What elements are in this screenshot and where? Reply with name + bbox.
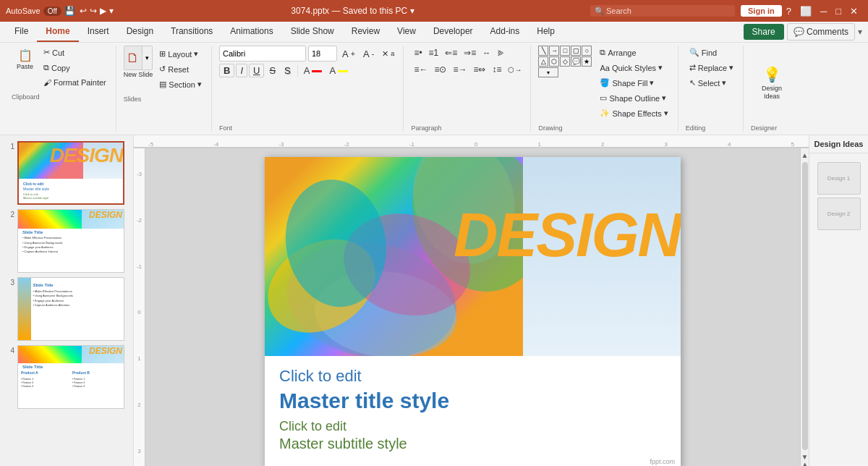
sign-in-button[interactable]: Sign in <box>741 5 782 17</box>
help-icon[interactable]: ? <box>782 6 796 17</box>
tab-file[interactable]: File <box>6 22 37 42</box>
tab-animations[interactable]: Animations <box>221 22 281 42</box>
design-idea-1[interactable]: Design 1 <box>817 162 861 195</box>
slide-thumb-4[interactable]: 4 DESIGN Slide Title Product A • Feature… <box>3 345 130 409</box>
autosave-toggle[interactable]: Off <box>43 7 61 16</box>
new-slide-button[interactable]: 🗋 ▾ <box>124 46 153 70</box>
more-shapes[interactable]: ▾ <box>538 67 558 77</box>
slide-preview-3[interactable]: Slide Title • Make Effective Presentatio… <box>17 277 124 341</box>
tab-view[interactable]: View <box>388 22 425 42</box>
font-name-input[interactable] <box>219 46 306 62</box>
increase-font-button[interactable]: A+ <box>339 47 358 61</box>
design-idea-2[interactable]: Design 2 <box>817 198 861 230</box>
numbering-button[interactable]: ≡1 <box>426 46 442 60</box>
format-painter-button[interactable]: 🖌 Format Painter <box>40 76 110 89</box>
hexagon-shape[interactable]: ⬡ <box>549 56 559 67</box>
ribbon-display-button[interactable]: ⬜ <box>796 6 816 17</box>
shadow-button[interactable]: S <box>281 64 294 77</box>
font-color-button[interactable]: A <box>301 64 326 77</box>
align-right-button[interactable]: ≡→ <box>450 62 469 77</box>
oval-shape[interactable]: ○ <box>582 46 592 56</box>
shape-outline-button[interactable]: ▭ Shape Outline ▾ <box>596 91 671 105</box>
slide-click-edit-title[interactable]: Click to edit <box>279 367 666 386</box>
paste-button[interactable]: 📋 Paste <box>12 46 38 73</box>
align-center-button[interactable]: ≡⊙ <box>431 62 449 77</box>
clear-format-button[interactable]: ✕a <box>379 48 397 60</box>
redo-icon[interactable]: ↪ <box>90 6 97 16</box>
slide-thumb-1[interactable]: 1 DESIGN Click to edit Master title styl… <box>3 141 130 205</box>
line-spacing-button[interactable]: ↕≡ <box>489 62 504 77</box>
comments-button[interactable]: 💬 Comments <box>787 23 855 41</box>
slide-canvas[interactable]: DESIGN Click to edit Master title style … <box>265 157 681 466</box>
tab-insert[interactable]: Insert <box>79 22 118 42</box>
columns-button[interactable]: ⫸ <box>494 46 508 59</box>
arrange-button[interactable]: ⧉ Arrange <box>596 46 671 59</box>
decrease-font-button[interactable]: A- <box>360 47 377 61</box>
select-button[interactable]: ↖ Select ▾ <box>686 76 737 90</box>
tab-transitions[interactable]: Transitions <box>162 22 221 42</box>
tab-home[interactable]: Home <box>37 22 78 42</box>
tab-addins[interactable]: Add-ins <box>482 22 529 42</box>
increase-indent-button[interactable]: ⇒≡ <box>461 46 479 60</box>
font-size-input[interactable] <box>308 46 337 62</box>
rounded-rect-shape[interactable]: ▢ <box>571 46 581 56</box>
slide-master-title[interactable]: Master title style <box>279 389 666 413</box>
save-icon[interactable]: 💾 <box>64 6 75 16</box>
maximize-button[interactable]: □ <box>831 6 846 17</box>
rect-shape[interactable]: □ <box>560 46 570 56</box>
smartart-button[interactable]: ⬡→ <box>505 64 524 76</box>
slide-thumb-2[interactable]: 2 DESIGN Slide Title • Make Effective Pr… <box>3 209 130 273</box>
scroll-up-icon[interactable]: ▲ <box>801 151 809 159</box>
shape-effects-button[interactable]: ✨ Shape Effects ▾ <box>596 106 671 120</box>
align-left-button[interactable]: ≡← <box>411 62 430 77</box>
bullets-button[interactable]: ≡• <box>411 46 425 60</box>
saved-dropdown-icon[interactable]: ▾ <box>410 6 414 16</box>
cut-button[interactable]: ✂ Cut <box>40 46 110 59</box>
section-button[interactable]: ▤ Section ▾ <box>156 77 205 91</box>
justify-button[interactable]: ≡⇔ <box>470 62 488 77</box>
text-direction-button[interactable]: ↔ <box>480 46 493 59</box>
triangle-shape[interactable]: △ <box>538 56 548 67</box>
underline-button[interactable]: U <box>249 64 264 77</box>
customize-icon[interactable]: ▾ <box>109 6 114 16</box>
slide-master-subtitle[interactable]: Master subtitle style <box>279 436 666 452</box>
minimize-button[interactable]: ─ <box>816 6 831 17</box>
vertical-scrollbar[interactable]: ▲ ▼ ⯅ ⯆ <box>800 148 809 466</box>
tab-developer[interactable]: Developer <box>425 22 482 42</box>
line-shape[interactable]: ╲ <box>538 46 548 56</box>
tab-slideshow[interactable]: Slide Show <box>282 22 343 42</box>
text-highlight-button[interactable]: A <box>326 64 351 77</box>
quick-styles-button[interactable]: Aa Quick Styles ▾ <box>596 61 671 75</box>
shape-fill-button[interactable]: 🪣 Shape Fill ▾ <box>596 76 671 90</box>
close-button[interactable]: ✕ <box>846 6 862 17</box>
strikethrough-button[interactable]: S <box>265 64 279 77</box>
slide-preview-4[interactable]: DESIGN Slide Title Product A • Feature 1… <box>17 345 124 409</box>
design-ideas-button[interactable]: 💡 Design Ideas <box>751 62 793 104</box>
share-button[interactable]: Share <box>744 24 784 40</box>
tab-design[interactable]: Design <box>118 22 162 42</box>
tab-help[interactable]: Help <box>528 22 563 42</box>
reset-button[interactable]: ↺ Reset <box>156 62 205 76</box>
present-icon[interactable]: ▶ <box>100 6 106 16</box>
callout-shape[interactable]: 💬 <box>571 56 581 67</box>
bold-button[interactable]: B <box>219 64 234 77</box>
star-shape[interactable]: ★ <box>582 56 592 67</box>
copy-button[interactable]: ⧉ Copy <box>40 61 110 75</box>
layout-button[interactable]: ⊞ Layout ▾ <box>156 47 205 61</box>
scroll-down-icon[interactable]: ▼ <box>801 453 809 461</box>
slide-preview-1[interactable]: DESIGN Click to edit Master title style … <box>17 141 124 205</box>
find-button[interactable]: 🔍 Find <box>686 46 737 59</box>
page-up-icon[interactable]: ⯅ <box>802 462 808 466</box>
tab-review[interactable]: Review <box>343 22 388 42</box>
undo-icon[interactable]: ↩ <box>80 6 87 16</box>
arrow-shape[interactable]: → <box>549 46 559 56</box>
slide-thumb-3[interactable]: 3 Slide Title • Make Effective Presentat… <box>3 277 130 341</box>
decrease-indent-button[interactable]: ⇐≡ <box>442 46 460 60</box>
slide-text-area[interactable]: Click to edit Master title style Click t… <box>265 356 681 466</box>
search-input[interactable] <box>590 5 735 17</box>
slide-click-edit-subtitle[interactable]: Click to edit <box>279 419 666 434</box>
italic-button[interactable]: I <box>236 64 247 77</box>
ribbon-collapse-icon[interactable]: ▾ <box>858 27 862 37</box>
diamond-shape[interactable]: ◇ <box>560 56 570 67</box>
slide-preview-2[interactable]: DESIGN Slide Title • Make Effective Pres… <box>17 209 124 273</box>
